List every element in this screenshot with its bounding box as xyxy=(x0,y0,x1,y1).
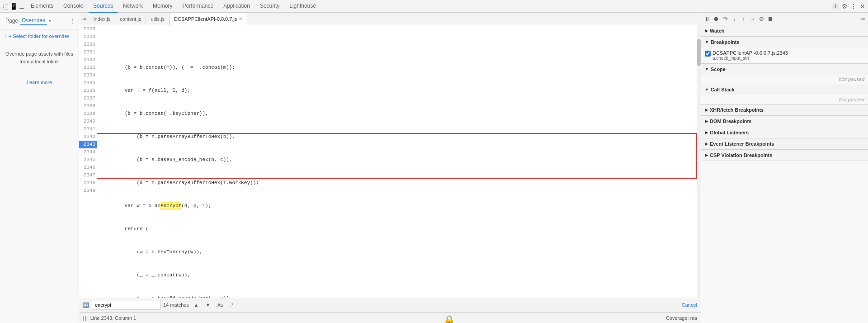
tab-security[interactable]: Security xyxy=(255,0,284,13)
devtools-toolbar: ⬚ 📱 ⚊ Elements Console Sources Network M… xyxy=(0,0,868,13)
ln-2348: 2348 xyxy=(79,179,97,187)
xhr-header[interactable]: XHR/fetch Breakpoints xyxy=(701,104,868,115)
watch-header[interactable]: Watch xyxy=(701,25,868,36)
tab-sources[interactable]: Sources xyxy=(89,0,118,13)
tab-network[interactable]: Network xyxy=(118,0,147,13)
breakpoint-info: DCSAPPClientAPI-0.0.0.7.js:2343 a.check_… xyxy=(712,50,788,61)
dom-header[interactable]: DOM Breakpoints xyxy=(701,116,868,127)
sidebar-tab-overrides[interactable]: Overrides xyxy=(20,16,47,25)
scope-header[interactable]: Scope xyxy=(701,64,868,75)
breakpoint-code: a.check_input_str( xyxy=(712,56,788,61)
event-listener-triangle xyxy=(705,142,708,146)
right-panel: ⏸ ⏺ ↷ ↓ ↑ → ⊘ ⏹ ⇥ Watch xyxy=(701,13,868,323)
expand-panel-icon[interactable]: ⇥ xyxy=(858,15,866,23)
stop-icon[interactable]: ⏹ xyxy=(766,15,774,23)
sidebar-more-icon[interactable]: ⋮ xyxy=(70,18,75,24)
code-line-2329: var T = f(null, l, d); xyxy=(101,87,693,95)
ln-2344: 2344 xyxy=(79,148,97,156)
ln-2340: 2340 xyxy=(79,118,97,125)
breakpoint-checkbox[interactable] xyxy=(705,51,711,57)
toolbar-right: 1 ⚙ ⋮ ✕ xyxy=(832,3,866,10)
call-stack-label: Call Stack xyxy=(711,87,735,92)
record-icon[interactable]: ⏺ xyxy=(712,15,720,23)
right-panel-toolbar: ⏸ ⏺ ↷ ↓ ↑ → ⊘ ⏹ ⇥ xyxy=(701,13,868,25)
section-watch: Watch xyxy=(701,25,868,37)
ln-2335: 2335 xyxy=(79,79,97,87)
scope-triangle xyxy=(705,67,709,71)
call-stack-header[interactable]: Call Stack xyxy=(701,84,868,95)
coverage-status: Coverage: n/a xyxy=(666,315,697,321)
breakpoints-triangle xyxy=(705,40,709,44)
more-icon[interactable]: ⋮ xyxy=(850,3,857,10)
search-regex-toggle[interactable]: .* xyxy=(228,302,236,308)
editor-search-input[interactable] xyxy=(92,300,160,310)
ln-2333: 2333 xyxy=(79,64,97,71)
section-breakpoints: Breakpoints DCSAPPClientAPI-0.0.0.7.js:2… xyxy=(701,37,868,64)
search-prev-btn[interactable]: ▲ xyxy=(192,300,201,309)
search-case-toggle[interactable]: Aa xyxy=(215,302,225,308)
code-line-2338: (_ = s.base64_encode_hex(_, c)), xyxy=(101,294,693,298)
code-content[interactable]: (b = b.concat(m)), (_ = _.concat(m)); va… xyxy=(97,25,697,298)
file-tab-content[interactable]: content.js xyxy=(115,13,146,25)
step-over-icon[interactable]: ↷ xyxy=(721,15,729,23)
device-icon[interactable]: 📱 xyxy=(10,3,17,10)
code-line-2331: (b = n.parseArrayBufferToHex(b)), xyxy=(101,133,693,141)
file-tab-dcs[interactable]: DCSAPPClientAPI-0.0.0.7.js ✕ xyxy=(170,13,247,25)
editor-scrollbar[interactable] xyxy=(697,25,701,298)
global-label: Global Listeners xyxy=(710,130,749,135)
section-event-listener-breakpoints: Event Listener Breakpoints xyxy=(701,138,868,150)
ln-2329: 2329 xyxy=(79,33,97,41)
search-cancel-btn[interactable]: Cancel xyxy=(682,302,697,308)
settings-icon[interactable]: ⚙ xyxy=(841,3,848,10)
step-icon[interactable]: → xyxy=(748,15,756,23)
sidebar: Page Overrides » ⋮ + + Select folder for… xyxy=(0,13,79,323)
step-out-icon[interactable]: ↑ xyxy=(739,15,747,23)
ln-2338: 2338 xyxy=(79,102,97,110)
inspect-icon[interactable]: ⬚ xyxy=(2,3,9,10)
file-tab-utils[interactable]: utils.js xyxy=(146,13,170,25)
close-file-tab-icon[interactable]: ✕ xyxy=(239,16,242,21)
code-line-2337: (_ = _.concat(w)), xyxy=(101,271,693,279)
select-folder-button[interactable]: + + Select folder for overrides xyxy=(0,29,79,43)
event-listener-header[interactable]: Event Listener Breakpoints xyxy=(701,138,868,149)
line-numbers: 2328 2329 2330 2331 2332 2333 2334 2335 … xyxy=(79,25,97,298)
tab-elements[interactable]: Elements xyxy=(26,0,58,13)
badge: 1 xyxy=(832,3,839,10)
deactivate-breakpoints-icon[interactable]: ⊘ xyxy=(757,15,765,23)
global-header[interactable]: Global Listeners xyxy=(701,127,868,138)
tab-lighthouse[interactable]: Lighthouse xyxy=(285,0,321,13)
file-tabs-expand-icon[interactable]: ⇥ xyxy=(79,16,89,22)
code-line-2334: var w = o.doEncrypt(d, p, 1); xyxy=(101,202,693,210)
search-aa-toggle[interactable]: 🔤 xyxy=(83,302,89,308)
section-global-listeners: Global Listeners xyxy=(701,127,868,138)
tab-application[interactable]: Application xyxy=(219,0,255,13)
editor-container: ⇥ index.js content.js utils.js DCSAPPCli… xyxy=(79,13,701,323)
ln-2332: 2332 xyxy=(79,56,97,64)
file-tab-index[interactable]: index.js xyxy=(89,13,115,25)
watch-triangle xyxy=(705,28,708,33)
csp-header[interactable]: CSP Violation Breakpoints xyxy=(701,150,868,161)
step-into-icon[interactable]: ↓ xyxy=(730,15,738,23)
xhr-label: XHR/fetch Breakpoints xyxy=(710,107,764,113)
close-devtools-icon[interactable]: ✕ xyxy=(859,3,866,10)
editor-scrollbar-thumb[interactable] xyxy=(697,39,701,66)
code-line-2328: (b = b.concat(m)), (_ = _.concat(m)); xyxy=(101,64,693,71)
breakpoints-header[interactable]: Breakpoints xyxy=(701,37,868,48)
tab-memory[interactable]: Memory xyxy=(148,0,177,13)
code-line-2330: (b = b.concat(T.keyCipher)), xyxy=(101,110,693,118)
pause-icon[interactable]: ⏸ xyxy=(703,15,711,23)
sidebar-more-chevron[interactable]: » xyxy=(49,19,52,24)
ln-2341: 2341 xyxy=(79,125,97,133)
ln-2349: 2349 xyxy=(79,187,97,195)
search-next-btn[interactable]: ▼ xyxy=(203,300,212,309)
call-stack-not-paused: Not paused xyxy=(701,95,868,104)
tab-console[interactable]: Console xyxy=(59,0,88,13)
ln-2342: 2342 xyxy=(79,133,97,141)
sidebar-tab-page[interactable]: Page xyxy=(4,17,20,25)
tab-performance[interactable]: Performance xyxy=(178,0,218,13)
code-line-2332: (b = s.base64_encode_hex(b, c)), xyxy=(101,156,693,164)
learn-more-link[interactable]: Learn more xyxy=(0,80,79,85)
file-tabs: ⇥ index.js content.js utils.js DCSAPPCli… xyxy=(79,13,701,25)
ln-2334: 2334 xyxy=(79,71,97,79)
menu-icon[interactable]: ⚊ xyxy=(18,3,25,10)
